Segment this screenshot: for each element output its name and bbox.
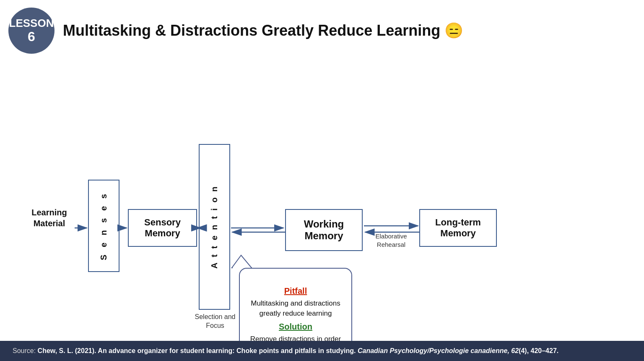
lesson-number: 6 <box>28 29 35 44</box>
sensory-memory-box: SensoryMemory <box>128 209 197 247</box>
lesson-badge: LESSON 6 <box>8 8 55 54</box>
working-memory-box: WorkingMemory <box>285 209 363 251</box>
header: LESSON 6 Multitasking & Distractions Gre… <box>0 0 644 58</box>
sensory-memory-label: SensoryMemory <box>144 217 181 239</box>
solution-title: Solution <box>279 322 312 332</box>
longterm-memory-box: Long-termMemory <box>419 209 497 247</box>
footer-source-prefix: Source: <box>13 347 38 354</box>
footer-citation: Chew, S. L. (2021). An advance organizer… <box>38 347 358 354</box>
svg-marker-10 <box>232 255 252 268</box>
pitfall-body: Multitasking and distractions greatly re… <box>248 298 343 319</box>
elaborative-rehearsal-label: Elaborative Rehearsal <box>364 232 418 249</box>
page-title: Multitasking & Distractions Greatly Redu… <box>63 22 463 39</box>
attention-box: A t t e n t i o n <box>199 144 230 310</box>
senses-box: S e n s e s <box>88 180 119 272</box>
footer-journal-end: (4), 420–427. <box>519 347 558 354</box>
footer-journal: Canadian Psychology/Psychologie canadien… <box>358 347 519 354</box>
title-text: Multitasking & Distractions Greatly Redu… <box>63 22 440 39</box>
attention-label: A t t e n t i o n <box>210 185 219 269</box>
lesson-word: LESSON <box>9 17 54 29</box>
diagram-area: LearningMaterial S e n s e s SensoryMemo… <box>0 58 644 339</box>
learning-material-label: LearningMaterial <box>25 207 73 229</box>
footer: Source: Chew, S. L. (2021). An advance o… <box>0 341 644 361</box>
selection-focus-label: Selection and Focus <box>192 313 238 330</box>
pitfall-title: Pitfall <box>284 286 307 296</box>
working-memory-label: WorkingMemory <box>304 218 344 242</box>
longterm-memory-label: Long-termMemory <box>435 217 481 239</box>
senses-label: S e n s e s <box>99 191 109 260</box>
emoji-icon: 😑 <box>444 22 463 39</box>
